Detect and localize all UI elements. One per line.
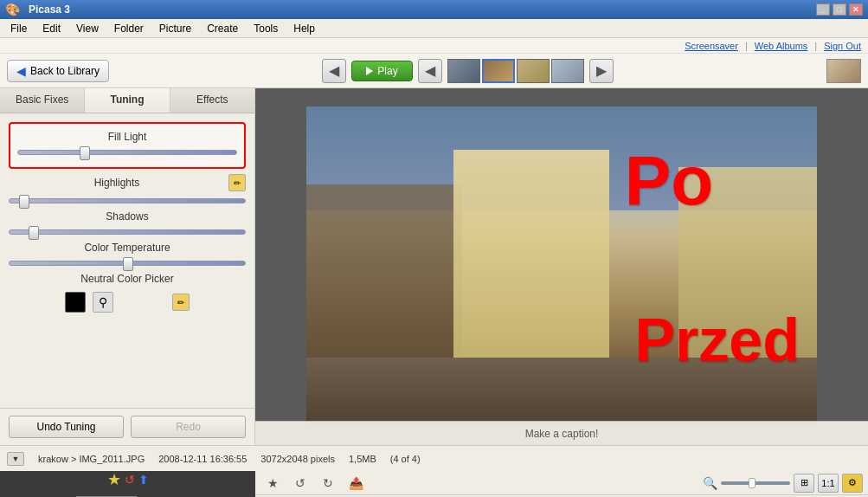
separator2: | [814, 41, 817, 51]
expand-button[interactable]: ▼ [7, 452, 24, 466]
sign-out-link[interactable]: Sign Out [824, 41, 861, 51]
back-arrow-icon: ◀ [16, 64, 26, 78]
neutral-picker-button[interactable]: ✏ [172, 294, 190, 311]
overlay-text-przed: Przed [634, 306, 800, 375]
left-panel: Basic Fixes Tuning Effects Fill Light Hi… [0, 88, 255, 445]
eyedropper-icon: ⚲ [99, 295, 107, 309]
shadows-section: Shadows [9, 210, 246, 235]
highlights-thumb[interactable] [19, 195, 29, 209]
view-mode-2-button[interactable]: 1:1 [818, 474, 839, 493]
rotate-cw-button[interactable]: ↻ [316, 472, 340, 494]
back-to-library-button[interactable]: ◀ Back to Library [7, 60, 109, 82]
bottom-area: ★ ↺ ⬆ Selection ★ ↺ ↻ 📤 🔍 [0, 471, 868, 497]
share-button[interactable]: 📤 [344, 472, 368, 494]
menu-edit[interactable]: Edit [35, 21, 68, 36]
shadows-label: Shadows [9, 210, 246, 223]
shadows-track [9, 229, 246, 235]
color-swatch[interactable] [65, 292, 86, 313]
city-scene: Po Przed [306, 106, 817, 427]
fill-light-section: Fill Light [9, 122, 246, 169]
fill-light-thumb[interactable] [80, 146, 90, 160]
prev-image-button[interactable]: ◀ [322, 59, 346, 83]
tab-basic-fixes[interactable]: Basic Fixes [0, 88, 85, 113]
neutral-color-label: Neutral Color Picker [9, 273, 246, 285]
status-path: krakow > IMG_2011.JPG [38, 454, 145, 464]
menu-picture[interactable]: Picture [152, 21, 198, 36]
image-area: Po Przed Make a caption! [255, 88, 868, 445]
status-bar: ▼ krakow > IMG_2011.JPG 2008-12-11 16:36… [0, 445, 868, 471]
highlights-row: Highlights ✏ [9, 174, 246, 191]
caption-text: Make a caption! [525, 428, 599, 440]
color-temp-section: Color Temperature [9, 242, 246, 266]
fill-light-label: Fill Light [17, 131, 237, 143]
building-center [453, 150, 609, 375]
menu-help[interactable]: Help [286, 21, 322, 36]
status-dimensions: 3072x2048 pixels [260, 454, 335, 464]
color-temp-slider-container [9, 261, 246, 266]
star-icon[interactable]: ★ [107, 470, 121, 489]
close-button[interactable]: ✕ [849, 3, 863, 16]
thumbnail-1[interactable] [447, 59, 480, 83]
overlay-text-po: Po [625, 141, 713, 221]
menu-view[interactable]: View [69, 21, 106, 36]
star-filter-button[interactable]: ★ [260, 472, 285, 494]
thumbnail-4[interactable] [551, 59, 584, 83]
zoom-icon: 🔍 [703, 476, 717, 490]
fill-light-slider-container [17, 150, 237, 155]
rotate-ccw-button[interactable]: ↺ [288, 472, 312, 494]
color-temp-thumb[interactable] [123, 257, 133, 271]
toolbar: ◀ Back to Library ◀ Play ◀ ▶ [0, 54, 868, 88]
color-temp-label: Color Temperature [9, 242, 246, 254]
filmstrip-left: ★ ↺ ⬆ Selection [0, 471, 255, 497]
play-button[interactable]: Play [351, 61, 412, 81]
bottom-right: ★ ↺ ↻ 📤 🔍 ⊞ 1:1 ⚙ ⬆ Upload ✉ [255, 471, 868, 497]
redo-button[interactable]: Redo [131, 416, 246, 438]
neutral-color-section: Neutral Color Picker ⚲ ✏ [9, 273, 246, 313]
thumbnail-2[interactable] [482, 59, 515, 83]
tab-effects[interactable]: Effects [170, 88, 254, 113]
highlights-slider-container [9, 198, 246, 203]
menubar: File Edit View Folder Picture Create Too… [0, 19, 868, 38]
shadows-thumb[interactable] [29, 226, 39, 240]
thumbnail-strip [447, 59, 584, 83]
settings-icon[interactable] [826, 59, 861, 83]
color-settings-button[interactable]: ⚙ [842, 474, 863, 493]
maximize-button[interactable]: □ [833, 3, 846, 16]
zoom-thumb[interactable] [749, 478, 755, 488]
highlights-track [9, 198, 246, 203]
minimize-button[interactable]: _ [816, 3, 830, 16]
undo-tuning-button[interactable]: Undo Tuning [9, 416, 124, 438]
play-triangle-icon [366, 67, 373, 75]
main-image: Po Przed [306, 106, 817, 427]
play-label: Play [377, 65, 397, 77]
main-content: Basic Fixes Tuning Effects Fill Light Hi… [0, 88, 868, 445]
titlebar-left: 🎨 Picasa 3 [5, 3, 70, 16]
zoom-track [721, 481, 790, 485]
menu-folder[interactable]: Folder [107, 21, 151, 36]
rotate-left-icon[interactable]: ↺ [125, 473, 135, 487]
toplinks-bar: Screensaver | Web Albums | Sign Out [0, 38, 868, 54]
status-size: 1,5MB [349, 454, 376, 464]
eyedropper-button[interactable]: ⚲ [93, 292, 113, 313]
color-picker-row: ⚲ ✏ [9, 292, 246, 313]
menu-create[interactable]: Create [200, 21, 245, 36]
upload-icon[interactable]: ⬆ [138, 473, 149, 487]
undo-redo-bar: Undo Tuning Redo [0, 408, 254, 445]
thumbnail-3[interactable] [517, 59, 550, 83]
screensaver-link[interactable]: Screensaver [685, 41, 738, 51]
separator1: | [745, 41, 748, 51]
menu-tools[interactable]: Tools [247, 21, 285, 36]
caption-bar[interactable]: Make a caption! [255, 421, 868, 445]
prev-nav-button[interactable]: ◀ [418, 59, 442, 83]
color-temp-track [9, 261, 246, 266]
menu-file[interactable]: File [3, 21, 34, 36]
view-mode-1-button[interactable]: ⊞ [794, 474, 814, 493]
zoom-area: 🔍 [703, 476, 790, 490]
next-nav-button[interactable]: ▶ [589, 59, 614, 83]
web-albums-link[interactable]: Web Albums [755, 41, 808, 51]
status-date: 2008-12-11 16:36:55 [158, 454, 247, 464]
tab-tuning[interactable]: Tuning [85, 88, 170, 113]
status-position: (4 of 4) [390, 454, 421, 464]
highlights-picker-button[interactable]: ✏ [228, 174, 246, 191]
panel-content: Fill Light Highlights ✏ [0, 113, 254, 408]
